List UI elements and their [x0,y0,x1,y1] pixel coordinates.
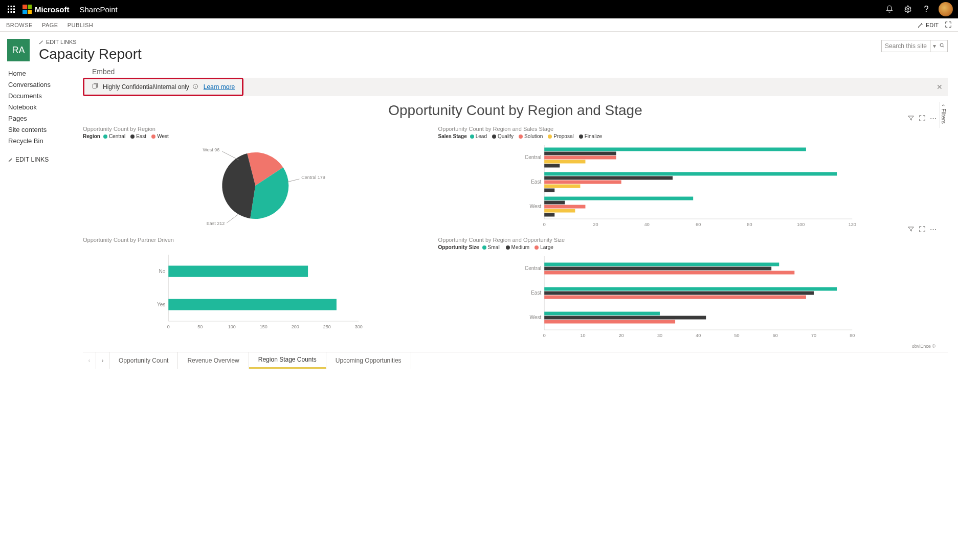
svg-rect-33 [544,164,560,168]
svg-rect-43 [544,205,585,209]
svg-rect-80 [544,316,706,320]
svg-rect-58 [168,299,337,310]
svg-text:40: 40 [644,222,649,227]
search-icon[interactable] [938,42,946,50]
more-icon[interactable]: ⋯ [930,226,937,234]
report-credit: obviEnce © [83,344,948,349]
tab-upcoming-opportunities[interactable]: Upcoming Opportunities [326,352,411,369]
viz-bar-partner[interactable]: Opportunity Count by Partner Driven 0501… [83,235,428,342]
nav-recycle-bin[interactable]: Recycle Bin [8,137,77,145]
svg-text:West: West [529,315,541,320]
svg-rect-11 [93,84,96,88]
nav-documents[interactable]: Documents [8,92,77,100]
svg-line-18 [227,214,239,223]
nav-conversations[interactable]: Conversations [8,81,77,88]
tab-next-button[interactable]: › [96,352,109,369]
svg-text:30: 30 [657,333,662,338]
pencil-icon [8,157,13,162]
svg-rect-4 [11,9,12,10]
tab-revenue-overview[interactable]: Revenue Overview [178,352,249,369]
pie-chart: West 96Central 179East 212 [83,142,428,229]
tab-opportunity-count[interactable]: Opportunity Count [109,352,178,369]
svg-text:Central: Central [525,154,541,160]
pencil-icon [918,22,924,28]
nav-pages[interactable]: Pages [8,115,77,122]
svg-rect-56 [168,266,308,277]
viz-bar-region-stage[interactable]: ⋯ Opportunity Count by Region and Sales … [438,124,937,231]
webpart-title: Embed [92,68,948,76]
help-icon[interactable]: ? [917,0,935,18]
focus-mode-icon[interactable] [945,21,952,29]
edit-links-nav[interactable]: EDIT LINKS [8,156,77,163]
filters-pane-toggle[interactable]: ‹ Filters [939,102,948,128]
close-icon[interactable]: ✕ [937,83,943,91]
svg-text:West: West [529,204,541,209]
site-logo[interactable]: RA [7,39,30,61]
svg-text:10: 10 [580,333,585,338]
ribbon-tab-page[interactable]: PAGE [42,22,58,28]
sensitivity-icon [92,83,99,92]
svg-rect-44 [544,209,575,213]
svg-text:0: 0 [167,324,170,329]
legend-region: Region Central East West [83,133,428,139]
search-input[interactable]: Search this site ▾ [881,40,948,52]
tab-region-stage-counts[interactable]: Region Stage Counts [249,352,326,369]
user-avatar[interactable] [939,2,953,16]
svg-rect-7 [11,11,12,13]
edit-page-button[interactable]: EDIT [918,22,939,28]
svg-rect-72 [544,267,771,271]
app-launcher-icon[interactable] [2,0,20,18]
svg-text:120: 120 [848,222,856,227]
nav-notebook[interactable]: Notebook [8,103,77,111]
legend-size: Opportunity Size Small Medium Large [438,244,937,250]
svg-text:West 96: West 96 [203,147,219,152]
svg-text:60: 60 [772,333,777,338]
ribbon-tab-publish[interactable]: PUBLISH [68,22,94,28]
bar-chart: 01020304050607080CentralEastWest [438,253,937,340]
nav-home[interactable]: Home [8,70,77,77]
pencil-icon [39,39,44,44]
svg-text:60: 60 [696,222,701,227]
svg-rect-31 [544,156,616,160]
sensitivity-callout: Highly Confidential\Internal only Learn … [83,78,243,96]
microsoft-logo-icon [23,5,32,14]
notifications-icon[interactable] [880,0,899,18]
svg-rect-81 [544,320,675,324]
svg-text:East: East [531,290,541,296]
svg-text:Central 179: Central 179 [301,175,325,180]
focus-icon[interactable] [919,115,926,123]
ribbon-tab-browse[interactable]: BROWSE [6,22,33,28]
learn-more-link[interactable]: Learn more [204,83,235,91]
bar-chart: 050100150200250300NoYes [83,244,428,331]
svg-rect-77 [544,296,806,299]
svg-text:No: No [159,268,165,274]
page-header: RA EDIT LINKS Capacity Report Search thi… [0,32,958,62]
svg-rect-38 [544,185,580,188]
page-title: Capacity Report [39,46,142,62]
report-page-tabs: ‹ › Opportunity Count Revenue Overview R… [83,352,948,368]
edit-links-top[interactable]: EDIT LINKS [39,39,142,45]
product-name[interactable]: SharePoint [80,5,118,14]
svg-text:0: 0 [543,222,545,227]
viz-bar-oppsize[interactable]: ⋯ Opportunity Count by Region and Opport… [438,235,937,342]
filter-icon[interactable] [907,226,915,234]
viz-pie-region[interactable]: Opportunity Count by Region Region Centr… [83,124,428,231]
svg-line-14 [222,151,239,160]
tab-prev-button[interactable]: ‹ [83,352,96,369]
svg-text:40: 40 [696,333,701,338]
focus-icon[interactable] [919,226,926,234]
svg-text:250: 250 [323,324,331,329]
info-icon[interactable] [192,83,198,91]
filter-icon[interactable] [907,115,915,123]
nav-site-contents[interactable]: Site contents [8,126,77,133]
more-icon[interactable]: ⋯ [930,115,937,123]
svg-rect-73 [544,271,794,275]
search-scope-dropdown-icon[interactable]: ▾ [930,40,938,52]
brand: Microsoft [23,5,70,14]
svg-text:200: 200 [292,324,299,329]
legend-stage: Sales Stage Lead Qualify Solution Propos… [438,133,937,139]
settings-icon[interactable] [899,0,917,18]
svg-text:0: 0 [543,333,545,338]
svg-text:East: East [531,179,541,185]
svg-rect-8 [13,11,15,13]
